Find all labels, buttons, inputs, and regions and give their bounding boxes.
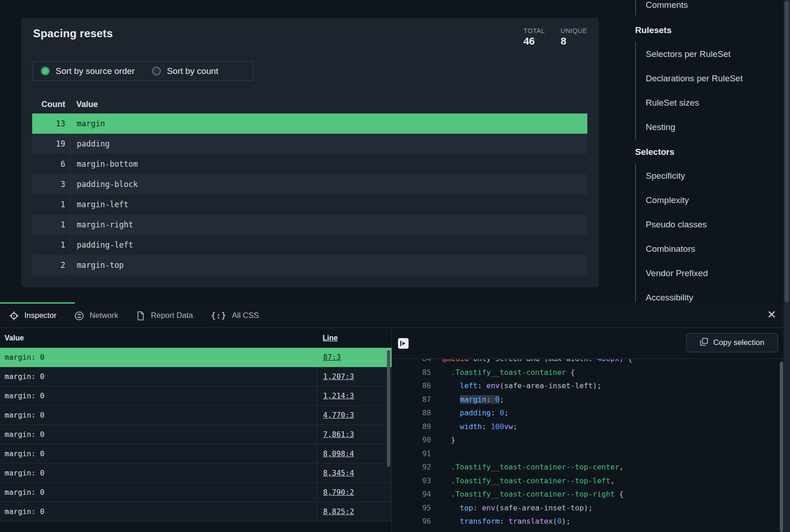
- value-column-header: Value: [0, 334, 317, 342]
- table-row[interactable]: 2 margin-top: [32, 255, 587, 275]
- radio-unselected-icon[interactable]: [152, 67, 161, 75]
- table-row[interactable]: 1 margin-left: [32, 194, 587, 215]
- tab-network[interactable]: Network: [74, 311, 118, 321]
- tab-inspector[interactable]: Inspector: [9, 311, 57, 321]
- sidebar-item-complexity[interactable]: Complexity: [646, 195, 787, 205]
- row-value: margin-bottom: [70, 154, 587, 174]
- result-row[interactable]: margin: 0 8,098:4: [0, 444, 392, 464]
- line-link[interactable]: 4,770:3: [323, 411, 354, 419]
- radio-sort-count[interactable]: Sort by count: [152, 66, 218, 76]
- result-row[interactable]: margin: 0 8,825:2: [0, 502, 392, 521]
- sidebar-item-ruleset-sizes[interactable]: RuleSet sizes: [646, 98, 787, 108]
- result-row[interactable]: margin: 0 1,207:3: [0, 367, 392, 386]
- sidebar-item-nesting[interactable]: Nesting: [646, 122, 787, 132]
- page-title: Spacing resets: [33, 27, 113, 40]
- sidebar-item-pseudo-classes[interactable]: Pseudo classes: [646, 220, 787, 230]
- result-row[interactable]: margin: 0 87:3: [0, 348, 392, 367]
- line-link[interactable]: 8,098:4: [323, 449, 354, 458]
- sidebar-section-rulesets: Rulesets: [635, 24, 787, 36]
- declaration-value: margin: 0: [0, 430, 317, 439]
- nav-group: Specificity Complexity Pseudo classes Co…: [635, 164, 787, 302]
- line-link[interactable]: 87:3: [323, 353, 341, 362]
- code-scrollbar[interactable]: [780, 362, 783, 532]
- code-viewer: Copy selection 84@media only screen and …: [392, 328, 784, 532]
- tab-all-css[interactable]: {:} All CSS: [211, 311, 259, 320]
- copy-icon: [700, 338, 708, 348]
- radio-label: Sort by count: [167, 66, 218, 76]
- table-row[interactable]: 1 padding-left: [32, 235, 587, 255]
- line-number: 89: [392, 422, 431, 431]
- sidebar-item-vendor-prefixed[interactable]: Vendor Prefixed: [646, 268, 787, 278]
- code-line: 95 top: env(safe-area-inset-top);: [392, 501, 784, 515]
- line-number: 84: [392, 359, 431, 363]
- row-count: 1: [32, 200, 70, 209]
- code-body[interactable]: 84@media only screen and (max-width: 480…: [392, 359, 784, 532]
- table-row[interactable]: 19 padding: [32, 134, 587, 154]
- row-value: padding-block: [70, 174, 587, 194]
- sidebar-item-accessibility[interactable]: Accessibility: [646, 293, 787, 302]
- line-link[interactable]: 7,861:3: [323, 430, 354, 439]
- stat-total-label: TOTAL: [523, 27, 545, 34]
- sidebar-item-selectors-per-ruleset[interactable]: Selectors per RuleSet: [646, 49, 787, 59]
- code-line: 94 .Toastify__toast-container--top-right…: [392, 487, 784, 501]
- close-icon[interactable]: ✕: [764, 307, 779, 323]
- sidebar-item-specificity[interactable]: Specificity: [646, 171, 787, 181]
- line-number: 87: [392, 395, 431, 404]
- line-link[interactable]: 8,825:2: [323, 507, 354, 516]
- results-header: Value Line: [0, 328, 392, 348]
- inspector-tabbar: Inspector Network Report Data {:}: [0, 304, 790, 328]
- window-scrollbar-track[interactable]: [784, 0, 790, 532]
- code-line: 84@media only screen and (max-width: 480…: [392, 359, 784, 366]
- file-icon: [136, 311, 145, 321]
- result-row[interactable]: margin: 0 1,214:3: [0, 386, 392, 406]
- tab-label: All CSS: [232, 311, 259, 320]
- code-line: 88 padding: 0;: [392, 406, 784, 420]
- line-link[interactable]: 1,207:3: [323, 372, 354, 381]
- copy-selection-button[interactable]: Copy selection: [686, 333, 778, 352]
- code-line: 87 margin: 0;: [392, 393, 784, 407]
- copy-button-label: Copy selection: [713, 338, 765, 347]
- count-column-header: Count: [32, 100, 70, 109]
- line-number: 90: [392, 436, 431, 444]
- result-row[interactable]: margin: 0 7,861:3: [0, 425, 392, 444]
- row-count: 6: [32, 159, 70, 169]
- line-number: 85: [392, 368, 431, 377]
- window-scrollbar-thumb[interactable]: [784, 1, 789, 302]
- radio-sort-source-order[interactable]: Sort by source order: [41, 66, 135, 76]
- code-line: 92 .Toastify__toast-container--top-cente…: [392, 460, 784, 474]
- report-nav-sidebar: Comments Rulesets Selectors per RuleSet …: [635, 0, 787, 302]
- expand-panel-icon[interactable]: [398, 338, 409, 349]
- declaration-value: margin: 0: [0, 488, 317, 497]
- code-line: 86 left: env(safe-area-inset-left);: [392, 379, 784, 393]
- table-row[interactable]: 1 margin-right: [32, 215, 587, 235]
- result-row[interactable]: margin: 0 8,790:2: [0, 483, 392, 502]
- table-row[interactable]: 6 margin-bottom: [32, 154, 587, 174]
- value-column-header: Value: [70, 100, 98, 109]
- radio-selected-icon[interactable]: [41, 67, 50, 75]
- code-line: 89 width: 100vw;: [392, 420, 784, 434]
- line-column-header[interactable]: Line: [317, 334, 338, 342]
- tab-label: Network: [90, 311, 118, 320]
- table-row[interactable]: 3 padding-block: [32, 174, 587, 194]
- line-link[interactable]: 1,214:3: [323, 391, 354, 400]
- row-value: margin-left: [70, 194, 587, 215]
- sidebar-item-declarations-per-ruleset[interactable]: Declarations per RuleSet: [646, 74, 787, 84]
- tab-report-data[interactable]: Report Data: [136, 311, 193, 321]
- line-link[interactable]: 8,345:4: [323, 469, 354, 477]
- nav-group: Comments: [635, 0, 787, 15]
- sidebar-item-comments[interactable]: Comments: [646, 0, 787, 10]
- sidebar-item-combinators[interactable]: Combinators: [646, 244, 787, 254]
- result-row[interactable]: margin: 0 8,345:4: [0, 464, 392, 483]
- stat-total: TOTAL 46: [523, 27, 545, 47]
- crosshair-icon: [9, 311, 19, 321]
- result-row[interactable]: margin: 0 4,770:3: [0, 406, 392, 425]
- declaration-value: margin: 0: [0, 449, 317, 458]
- results-scrollbar[interactable]: [387, 350, 390, 467]
- table-row[interactable]: 13 margin: [32, 113, 587, 134]
- row-value: padding: [70, 134, 587, 154]
- line-link[interactable]: 8,790:2: [323, 488, 354, 497]
- row-count: 1: [32, 220, 70, 229]
- swap-arrows-icon: [74, 311, 84, 321]
- row-value: margin-top: [70, 255, 587, 275]
- tab-label: Report Data: [151, 311, 193, 320]
